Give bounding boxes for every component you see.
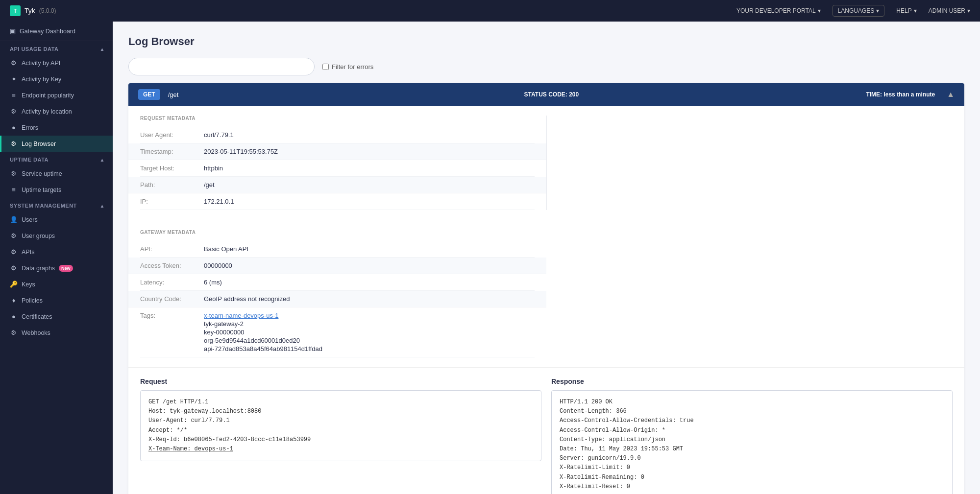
sidebar-item-errors[interactable]: ● Errors [0,119,113,136]
tag-api: api-727dad853a8a45f64ab981154d1ffdad [204,345,322,353]
tag-key: key-00000000 [204,329,322,336]
response-box: Response HTTP/1.1 200 OK Content-Length:… [551,377,953,494]
tags-label: Tags: [140,312,204,319]
timestamp-label: Timestamp: [140,148,204,155]
sidebar-item-keys[interactable]: 🔑 Keys [0,276,113,292]
sidebar-item-service-uptime[interactable]: ⚙ Service uptime [0,165,113,182]
ip-value: 172.21.0.1 [204,198,234,205]
main-content: Log Browser Filter for errors GET /get S… [113,22,980,494]
meta-row-ip: IP: 172.21.0.1 [140,193,535,210]
service-uptime-icon: ⚙ [10,170,18,177]
req-res-section: Request GET /get HTTP/1.1 Host: tyk-gate… [128,367,964,494]
sidebar-item-endpoint-popularity[interactable]: ≡ Endpoint popularity [0,87,113,103]
admin-chevron: ▾ [967,7,970,14]
sidebar-item-activity-by-location[interactable]: ⚙ Activity by location [0,103,113,119]
help-nav[interactable]: HELP ▾ [896,7,916,14]
tyk-logo: T [10,5,21,16]
topbar-nav: YOUR DEVELOPER PORTAL ▾ LANGUAGES ▾ HELP… [736,5,970,17]
response-content: HTTP/1.1 200 OK Content-Length: 366 Acce… [551,390,953,494]
latency-value: 6 (ms) [204,279,222,286]
sidebar-item-certificates[interactable]: ● Certificates [0,308,113,325]
tag-tyk-gateway: tyk-gateway-2 [204,320,322,328]
policies-icon: ♦ [10,297,18,304]
sidebar-item-apis[interactable]: ⚙ APIs [0,244,113,260]
section-api-usage[interactable]: API Usage Data ▲ [0,41,113,55]
developer-portal-nav[interactable]: YOUR DEVELOPER PORTAL ▾ [736,7,821,14]
sidebar-item-activity-by-api[interactable]: ⚙ Activity by API [0,55,113,71]
api-label: API: [140,245,204,253]
tags-value: x-team-name-devops-us-1 tyk-gateway-2 ke… [204,312,322,353]
request-box: Request GET /get HTTP/1.1 Host: tyk-gate… [140,377,541,494]
tag-org: org-5e9d9544a1dcd60001d0ed20 [204,337,322,344]
request-content: GET /get HTTP/1.1 Host: tyk-gateway.loca… [140,390,541,461]
topbar-left: T Tyk (5.0.0) [10,5,56,16]
timestamp-value: 2023-05-11T19:55:53.75Z [204,148,278,155]
meta-row-path: Path: /get [128,177,546,193]
section-system-chevron: ▲ [100,203,105,209]
page-title: Log Browser [128,35,964,48]
time-value: less than a minute [883,91,935,98]
http-method-badge: GET [138,89,160,100]
topbar: T Tyk (5.0.0) YOUR DEVELOPER PORTAL ▾ LA… [0,0,980,22]
path-label: Path: [140,181,204,188]
metadata-grid: REQUEST METADATA User Agent: curl/7.79.1… [128,106,964,367]
response-title: Response [551,377,953,385]
status-code-value: 200 [569,91,579,98]
sidebar-item-activity-by-key[interactable]: ✦ Activity by Key [0,71,113,87]
time-info: TIME: less than a minute [685,91,935,98]
users-icon: 👤 [10,216,18,223]
meta-row-timestamp: Timestamp: 2023-05-11T19:55:53.75Z [128,143,546,160]
search-area: Filter for errors [128,58,964,75]
gateway-dashboard-icon: ▣ [10,27,16,35]
activity-location-icon: ⚙ [10,108,18,115]
user-agent-label: User Agent: [140,131,204,139]
endpoint-icon: ≡ [10,92,18,99]
tag-x-team-name[interactable]: x-team-name-devops-us-1 [204,312,322,319]
meta-row-access-token: Access Token: 00000000 [128,258,546,274]
sidebar-item-policies[interactable]: ♦ Policies [0,292,113,308]
uptime-targets-icon: ≡ [10,186,18,193]
app-name: Tyk [24,7,35,15]
app-version: (5.0.0) [39,7,56,14]
sidebar-item-webhooks[interactable]: ⚙ Webhooks [0,325,113,341]
section-uptime[interactable]: Uptime Data ▲ [0,152,113,165]
target-host-value: httpbin [204,165,223,172]
keys-icon: 🔑 [10,281,18,288]
sidebar-item-data-graphs[interactable]: ⚙ Data graphs New [0,260,113,276]
sidebar-item-user-groups[interactable]: ⚙ User groups [0,228,113,244]
gateway-dashboard-label: Gateway Dashboard [20,28,75,35]
meta-row-user-agent: User Agent: curl/7.79.1 [140,127,535,143]
languages-chevron: ▾ [876,7,879,14]
apis-icon: ⚙ [10,248,18,256]
developer-portal-chevron: ▾ [818,7,821,14]
sidebar: ▣ Gateway Dashboard API Usage Data ▲ ⚙ A… [0,22,113,494]
sidebar-item-users[interactable]: 👤 Users [0,212,113,228]
section-uptime-chevron: ▲ [100,157,105,163]
main-layout: ▣ Gateway Dashboard API Usage Data ▲ ⚙ A… [0,22,980,494]
section-system-mgmt[interactable]: System Management ▲ [0,198,113,212]
webhooks-icon: ⚙ [10,329,18,336]
sidebar-item-uptime-targets[interactable]: ≡ Uptime targets [0,182,113,198]
user-groups-icon: ⚙ [10,232,18,239]
meta-row-target-host: Target Host: httpbin [140,160,535,177]
sidebar-item-gateway-dashboard[interactable]: ▣ Gateway Dashboard [0,22,113,41]
log-entry-header[interactable]: GET /get STATUS CODE: 200 TIME: less tha… [128,83,964,106]
country-code-label: Country Code: [140,295,204,303]
filter-errors-label[interactable]: Filter for errors [322,63,373,71]
access-token-label: Access Token: [140,262,204,269]
gateway-metadata-section: GATEWAY METADATA API: Basic Open API Acc… [128,220,546,367]
filter-errors-checkbox[interactable] [322,64,329,70]
languages-nav[interactable]: LANGUAGES ▾ [833,5,885,17]
ip-label: IP: [140,198,204,205]
search-input[interactable] [128,58,315,75]
meta-divider [546,116,964,210]
sidebar-item-log-browser[interactable]: ⚙ Log Browser [0,136,113,152]
meta-row-latency: Latency: 6 (ms) [140,274,535,291]
certificates-icon: ● [10,313,18,320]
log-browser-icon: ⚙ [10,140,18,147]
admin-user-nav[interactable]: ADMIN USER ▾ [929,7,970,14]
data-graphs-icon: ⚙ [10,264,18,272]
access-token-value: 00000000 [204,262,232,269]
gateway-metadata-title: GATEWAY METADATA [140,230,535,235]
collapse-button[interactable]: ▲ [947,90,955,99]
